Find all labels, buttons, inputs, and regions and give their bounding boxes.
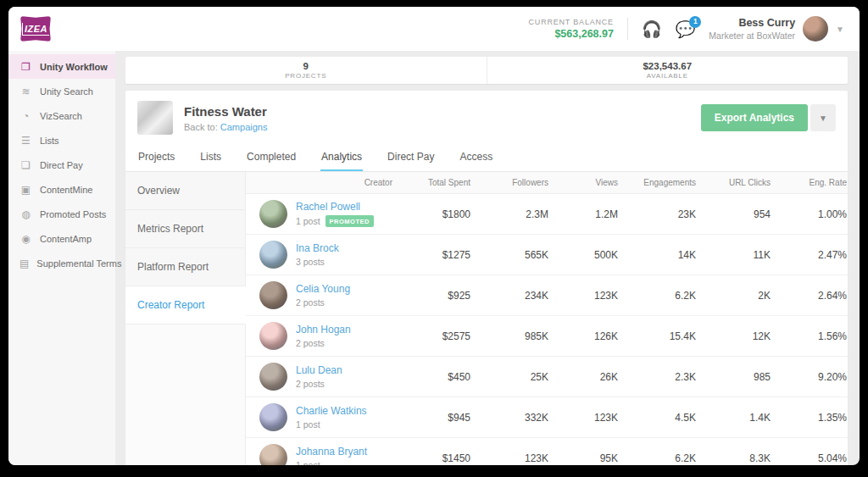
sidebar-item[interactable]: ▣ ContentMine [8,177,115,202]
eng-rate-cell: 1.56% [772,330,848,342]
url-clicks-cell: 954 [698,208,772,220]
views-cell: 500K [550,249,620,261]
followers-cell: 565K [472,249,550,261]
views-cell: 123K [550,412,620,424]
column-header: Eng. Rate [772,178,848,187]
views-cell: 26K [550,371,620,383]
campaign-card: Fitness Water Back to: Campaigns Export … [125,91,848,465]
engagements-cell: 4.5K [620,412,698,424]
sidebar-item[interactable]: ◔ VizSearch [8,103,115,128]
promoted-badge: PROMOTED [326,215,374,227]
creator-name-link[interactable]: Lulu Dean [296,364,342,376]
breadcrumb-label: Back to: [184,122,218,132]
followers-cell: 234K [472,290,550,302]
campaign-tabs: Projects Lists Completed Analytics Direc… [125,143,848,172]
app-window: IZEA CURRENT BALANCE $563,268.97 🎧 💬1 Be… [8,7,860,465]
followers-cell: 2.3M [472,208,550,220]
creator-avatar [259,281,287,309]
engagements-cell: 2.3K [620,371,698,383]
sidebar-item[interactable]: ▤ Supplemental Terms [8,251,115,275]
support-headset-icon[interactable]: 🎧 [642,21,662,37]
total-spent-cell: $1800 [394,208,472,220]
main-content: 9 PROJECTS $23,543.67 AVAILABLE Fitness … [115,51,860,465]
sidebar-item[interactable]: ◉ ContentAmp [8,226,115,251]
sidebar-item[interactable]: ◍ Promoted Posts [8,202,115,226]
sidebar-item-label: Unity Search [40,86,93,97]
followers-cell: 332K [472,412,550,424]
creator-name-link[interactable]: John Hogan [296,324,351,336]
table-row: Johanna Bryant 1 post $1450 123K [246,438,848,465]
creator-cell: Rachel Powell 1 post PROMOTED [246,200,394,228]
izea-logo-text: IZEA [22,23,49,36]
stat-value: 9 [303,61,309,71]
tab[interactable]: Completed [246,143,297,171]
sidebar-item-label: Lists [40,136,59,146]
subnav-item[interactable]: Creator Report [125,286,246,324]
current-balance: CURRENT BALANCE $563,268.97 [529,18,614,40]
creator-name-link[interactable]: Celia Young [296,283,350,295]
total-spent-cell: $450 [394,371,472,383]
sidebar-item[interactable]: ❏ Direct Pay [8,153,115,177]
stats-bar: 9 PROJECTS $23,543.67 AVAILABLE [125,57,848,84]
export-dropdown-button[interactable]: ▼ [810,104,836,131]
user-subtitle: Marketer at BoxWater [709,31,795,41]
total-spent-cell: $945 [394,412,472,424]
chevron-down-icon: ▼ [836,25,844,34]
engagements-cell: 15.4K [620,330,698,342]
current-balance-label: CURRENT BALANCE [529,18,614,26]
creator-avatar [259,200,287,228]
sidebar-item-label: Direct Pay [40,160,83,170]
column-header: Followers [472,178,550,187]
creator-avatar [259,403,287,431]
vizsearch-icon: ◔ [19,110,32,122]
total-spent-cell: $1450 [394,452,472,464]
sidebar-nav: ❐ Unity Workflow ≋ Unity Search ◔ VizSea… [8,51,115,465]
contentmine-icon: ▣ [19,184,32,196]
creator-avatar [259,241,287,269]
campaigns-link[interactable]: Campaigns [220,122,268,132]
views-cell: 1.2M [550,208,620,220]
engagements-cell: 6.2K [620,452,698,464]
creator-name-link[interactable]: Ina Brock [296,242,339,254]
tab[interactable]: Direct Pay [387,143,435,171]
user-menu[interactable]: Bess Curry Marketer at BoxWater ▼ [709,16,844,42]
tab[interactable]: Analytics [320,143,363,171]
table-row: John Hogan 2 posts $2575 985K [246,316,848,357]
stat-label: PROJECTS [285,72,326,80]
messages-icon[interactable]: 💬1 [676,21,696,37]
table-row: Celia Young 2 posts $925 234K [246,275,848,316]
tab[interactable]: Access [459,143,493,171]
engagements-cell: 14K [620,249,698,261]
creator-name-link[interactable]: Johanna Bryant [296,446,367,458]
promoted-posts-icon: ◍ [19,208,32,220]
url-clicks-cell: 1.4K [698,412,772,424]
followers-cell: 985K [472,330,550,342]
creator-avatar [259,363,287,391]
izea-logo[interactable]: IZEA [20,16,51,42]
total-spent-cell: $925 [394,290,472,302]
total-spent-cell: $2575 [394,330,472,342]
export-analytics-button[interactable]: Export Analytics [701,104,808,131]
eng-rate-cell: 2.47% [772,249,848,261]
subnav-item[interactable]: Platform Report [125,248,245,286]
creator-name-link[interactable]: Charlie Watkins [296,405,367,417]
creator-avatar [259,444,287,465]
creator-avatar [259,322,287,350]
sidebar-item[interactable]: ☰ Lists [8,128,115,153]
tab[interactable]: Projects [137,143,175,171]
engagements-cell: 23K [620,208,698,220]
sidebar-item[interactable]: ❐ Unity Workflow [8,54,115,79]
sidebar-item[interactable]: ≋ Unity Search [8,79,115,103]
sidebar-item-label: ContentAmp [40,234,92,244]
table-row: Lulu Dean 2 posts $450 25K 26 [246,357,848,397]
user-name: Bess Curry [709,17,795,29]
creator-cell: Johanna Bryant 1 post [246,444,394,465]
tab[interactable]: Lists [199,143,222,171]
creator-name-link[interactable]: Rachel Powell [296,201,374,213]
subnav-item[interactable]: Overview [125,172,245,210]
post-count: 2 posts [296,379,325,389]
total-spent-cell: $1275 [394,249,472,261]
sidebar-item-label: ContentMine [40,185,92,195]
subnav-item[interactable]: Metrics Report [125,210,245,248]
views-cell: 123K [550,290,620,302]
